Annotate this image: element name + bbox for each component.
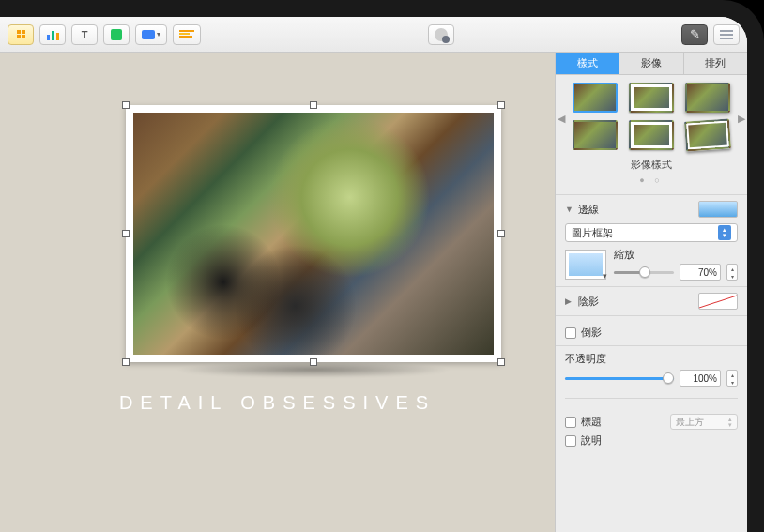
collaborate-button[interactable] (428, 24, 454, 45)
styles-prev[interactable]: ◀ (558, 113, 565, 125)
text-button[interactable]: T (71, 24, 98, 45)
disclosure-triangle-icon[interactable]: ▼ (565, 205, 574, 214)
scale-slider[interactable] (614, 266, 674, 279)
styles-page-dots[interactable]: ● ○ (573, 175, 730, 185)
inspector-tabs: 樣式 影像 排列 (556, 53, 747, 75)
title-checkbox[interactable] (565, 417, 576, 428)
format-button[interactable]: ✎ (681, 24, 708, 45)
table-button[interactable] (8, 24, 34, 45)
border-type-value: 圖片框架 (572, 226, 613, 240)
scale-label: 縮放 (614, 248, 738, 262)
resize-handle-br[interactable] (497, 358, 505, 366)
caption-section: 標題 最上方 ▴▾ 說明 (556, 404, 747, 453)
chart-button[interactable] (39, 24, 66, 45)
opacity-field[interactable]: 100% (680, 370, 721, 387)
inspector-toggle-button[interactable] (713, 24, 740, 45)
shadow-section: ▶ 陰影 (556, 286, 747, 315)
shadow-title: 陰影 (578, 295, 695, 309)
person-add-icon (435, 28, 448, 41)
resize-handle-mr[interactable] (497, 230, 505, 237)
title-position-value: 最上方 (676, 416, 704, 429)
border-section: ▼ 邊線 圖片框架 ▴▾ 縮放 (556, 194, 747, 286)
tab-arrange[interactable]: 排列 (684, 53, 747, 74)
resize-handle-bm[interactable] (310, 358, 317, 366)
reflection-section: 倒影 (556, 315, 747, 345)
media-icon (142, 30, 155, 39)
description-checkbox[interactable] (565, 435, 576, 447)
style-thumb-6[interactable] (684, 118, 731, 151)
style-thumb-1[interactable] (573, 83, 618, 113)
text-icon: T (82, 29, 88, 40)
reflection-checkbox[interactable] (565, 327, 576, 339)
border-swatch[interactable] (698, 201, 738, 218)
opacity-section: 不透明度 100% ▴▾ (556, 345, 747, 392)
inspector-panel: 樣式 影像 排列 ◀ ▶ 影像樣式 ● ○ (555, 53, 747, 532)
image-styles-grid: ◀ ▶ 影像樣式 ● ○ (556, 75, 747, 194)
disclosure-triangle-icon[interactable]: ▶ (565, 296, 574, 306)
tab-style[interactable]: 樣式 (556, 53, 619, 74)
styles-next[interactable]: ▶ (738, 113, 745, 125)
list-icon (720, 30, 733, 39)
chart-icon (47, 29, 59, 40)
device-frame: T ▾ ✎ (0, 0, 764, 532)
resize-handle-tm[interactable] (310, 101, 317, 109)
style-thumb-3[interactable] (685, 83, 730, 113)
tab-image[interactable]: 影像 (619, 53, 683, 74)
shape-button[interactable] (103, 24, 130, 45)
selected-image[interactable] (126, 105, 501, 362)
opacity-stepper[interactable]: ▴▾ (726, 370, 738, 387)
updown-arrows-icon: ▴▾ (728, 417, 732, 428)
frame-style-well[interactable] (565, 250, 606, 280)
style-thumb-2[interactable] (629, 83, 674, 113)
scale-field[interactable]: 70% (680, 264, 721, 281)
image-styles-label: 影像樣式 (573, 158, 730, 172)
chevron-down-icon: ▾ (157, 30, 160, 38)
resize-handle-tl[interactable] (122, 101, 130, 109)
table-icon (17, 30, 25, 38)
updown-arrows-icon: ▴▾ (718, 225, 731, 240)
comments-icon (179, 30, 194, 39)
shadow-swatch-none[interactable] (698, 293, 738, 310)
photo-content (133, 113, 494, 355)
description-label: 說明 (581, 433, 602, 448)
opacity-slider[interactable] (565, 372, 674, 385)
image-frame (126, 105, 501, 362)
toolbar: T ▾ ✎ (0, 17, 747, 53)
app-window: T ▾ ✎ (0, 17, 747, 532)
shape-icon (111, 29, 122, 40)
comments-button[interactable] (173, 24, 201, 45)
slide-caption[interactable]: DETAIL OBSESSIVES (0, 392, 555, 414)
scale-stepper[interactable]: ▴▾ (726, 264, 738, 281)
media-button[interactable]: ▾ (135, 24, 167, 45)
style-thumb-4[interactable] (573, 120, 618, 150)
style-thumb-5[interactable] (629, 120, 674, 150)
slide-canvas[interactable]: DETAIL OBSESSIVES (0, 53, 555, 532)
title-position-dropdown[interactable]: 最上方 ▴▾ (670, 414, 738, 430)
resize-handle-tr[interactable] (497, 101, 505, 109)
title-label: 標題 (581, 415, 665, 429)
reflection-label: 倒影 (581, 326, 602, 340)
border-title: 邊線 (578, 203, 695, 217)
opacity-title: 不透明度 (565, 352, 738, 366)
resize-handle-bl[interactable] (122, 358, 130, 366)
paintbrush-icon: ✎ (690, 27, 700, 41)
border-type-dropdown[interactable]: 圖片框架 ▴▾ (565, 223, 738, 242)
resize-handle-ml[interactable] (122, 230, 130, 237)
